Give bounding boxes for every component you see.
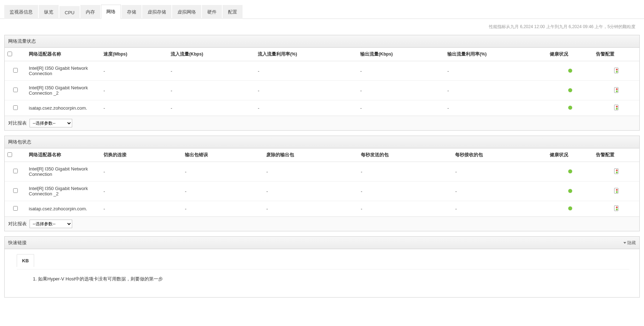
tab-网络[interactable]: 网络 — [101, 5, 121, 19]
packet-table: 网络适配器名称 切换的连接 输出包错误 废除的输出包 每秒发送的包 每秒接收的包… — [5, 148, 639, 216]
alert-config-icon[interactable] — [614, 87, 618, 93]
kb-link[interactable]: 如果Hyper-V Host中的选项卡没有可用数据，则要做的第一步 — [38, 276, 612, 282]
col-header: 输出包错误 — [182, 148, 264, 162]
panel-header: 快速链接 隐藏 — [5, 237, 639, 249]
compare-label: 对比报表 — [8, 120, 27, 126]
alert-config-icon[interactable] — [614, 188, 618, 194]
tab-存储[interactable]: 存储 — [122, 5, 142, 19]
cell: - — [168, 100, 255, 116]
adapter-name: isatap.csez.zohocorpin.com. — [26, 100, 101, 116]
health-status-icon — [568, 88, 572, 92]
compare-label: 对比报表 — [8, 221, 27, 227]
cell: - — [182, 162, 264, 182]
network-packet-panel: 网络包状态 网络适配器名称 切换的连接 输出包错误 废除的输出包 每秒发送的包 … — [4, 136, 640, 231]
tab-CPU[interactable]: CPU — [59, 6, 80, 19]
col-checkbox-header — [5, 148, 26, 162]
cell: - — [445, 81, 547, 100]
cell: - — [452, 201, 547, 217]
cell: - — [358, 162, 453, 182]
hide-label: 隐藏 — [627, 240, 636, 246]
row-checkbox[interactable] — [13, 88, 18, 92]
kb-tab[interactable]: KB — [17, 254, 34, 267]
col-header: 告警配置 — [593, 48, 639, 61]
cell: - — [264, 201, 358, 217]
row-checkbox[interactable] — [13, 68, 18, 73]
cell: - — [264, 162, 358, 182]
cell: - — [358, 182, 453, 201]
row-checkbox[interactable] — [13, 105, 18, 110]
cell: - — [452, 162, 547, 182]
select-all-checkbox[interactable] — [7, 152, 12, 157]
col-header: 每秒接收的包 — [452, 148, 547, 162]
cell: - — [358, 201, 453, 217]
network-traffic-panel: 网络流量状态 网络适配器名称 速度(Mbps) 流入流量(Kbps) 流入流量利… — [4, 35, 640, 131]
cell: - — [445, 100, 547, 116]
tab-配置[interactable]: 配置 — [223, 5, 243, 19]
cell: - — [264, 182, 358, 201]
cell: - — [357, 81, 445, 100]
hide-button[interactable]: 隐藏 — [623, 240, 636, 246]
col-header: 健康状况 — [547, 48, 593, 61]
col-header: 切换的连接 — [101, 148, 182, 162]
cell: - — [357, 61, 445, 81]
tab-虚拟网络[interactable]: 虚拟网络 — [172, 5, 201, 19]
col-header: 流入流量利用率(%) — [255, 48, 357, 61]
cell: - — [168, 61, 255, 81]
adapter-name: Intel[R] I350 Gigabit Network Connection — [26, 162, 101, 182]
health-status-icon — [568, 206, 572, 210]
traffic-footer: 对比报表 --选择参数-- — [5, 116, 639, 130]
row-checkbox[interactable] — [13, 169, 18, 173]
tab-虚拟存储[interactable]: 虚拟存储 — [142, 5, 171, 19]
adapter-name: Intel[R] I350 Gigabit Network Connection… — [26, 81, 101, 100]
alert-config-icon[interactable] — [614, 168, 618, 174]
time-range-info: 性能指标从九月 6,2024 12:00 上午到九月 6,2024 09:46 … — [0, 19, 644, 33]
cell: - — [182, 182, 264, 201]
tab-监视器信息[interactable]: 监视器信息 — [4, 5, 38, 19]
col-header: 每秒发送的包 — [358, 148, 453, 162]
traffic-table: 网络适配器名称 速度(Mbps) 流入流量(Kbps) 流入流量利用率(%) 输… — [5, 48, 639, 116]
table-row: Intel[R] I350 Gigabit Network Connection… — [5, 182, 639, 201]
cell: - — [182, 201, 264, 217]
panel-title: 网络包状态 — [8, 139, 31, 145]
cell: - — [101, 81, 168, 100]
cell: - — [101, 100, 168, 116]
adapter-name: Intel[R] I350 Gigabit Network Connection — [26, 61, 101, 81]
col-header: 网络适配器名称 — [26, 148, 101, 162]
select-all-checkbox[interactable] — [7, 52, 12, 56]
panel-title: 网络流量状态 — [8, 38, 36, 44]
col-header: 网络适配器名称 — [26, 48, 101, 61]
col-header: 告警配置 — [593, 148, 639, 162]
alert-config-icon[interactable] — [614, 105, 618, 110]
cell: - — [357, 100, 445, 116]
quick-links-panel: 快速链接 隐藏 KB 如果Hyper-V Host中的选项卡没有可用数据，则要做… — [4, 236, 640, 298]
table-row: Intel[R] I350 Gigabit Network Connection… — [5, 61, 639, 81]
compare-select[interactable]: --选择参数-- — [30, 119, 72, 127]
health-status-icon — [568, 69, 572, 73]
adapter-name: isatap.csez.zohocorpin.com. — [26, 201, 101, 217]
col-header: 输出流量利用率(%) — [445, 48, 547, 61]
tab-硬件[interactable]: 硬件 — [202, 5, 222, 19]
kb-content: 如果Hyper-V Host中的选项卡没有可用数据，则要做的第一步 — [17, 269, 629, 291]
cell: - — [255, 61, 357, 81]
table-row: isatap.csez.zohocorpin.com.----- — [5, 201, 639, 217]
row-checkbox[interactable] — [13, 206, 18, 211]
chevron-down-icon — [623, 242, 626, 244]
health-status-icon — [568, 106, 572, 110]
row-checkbox[interactable] — [13, 188, 18, 193]
alert-config-icon[interactable] — [614, 68, 618, 73]
panel-header: 网络包状态 — [5, 136, 639, 148]
tab-纵览[interactable]: 纵览 — [39, 5, 59, 19]
panel-header: 网络流量状态 — [5, 35, 639, 48]
compare-select[interactable]: --选择参数-- — [30, 220, 72, 228]
cell: - — [255, 81, 357, 100]
col-header: 速度(Mbps) — [101, 48, 168, 61]
col-header: 流入流量(Kbps) — [168, 48, 255, 61]
panel-title: 快速链接 — [8, 240, 27, 246]
tab-内存[interactable]: 内存 — [80, 5, 100, 19]
col-checkbox-header — [5, 48, 26, 61]
col-header: 输出流量(Kbps) — [357, 48, 445, 61]
packet-footer: 对比报表 --选择参数-- — [5, 216, 639, 231]
col-header: 废除的输出包 — [264, 148, 358, 162]
table-row: isatap.csez.zohocorpin.com.----- — [5, 100, 639, 116]
alert-config-icon[interactable] — [614, 205, 618, 211]
